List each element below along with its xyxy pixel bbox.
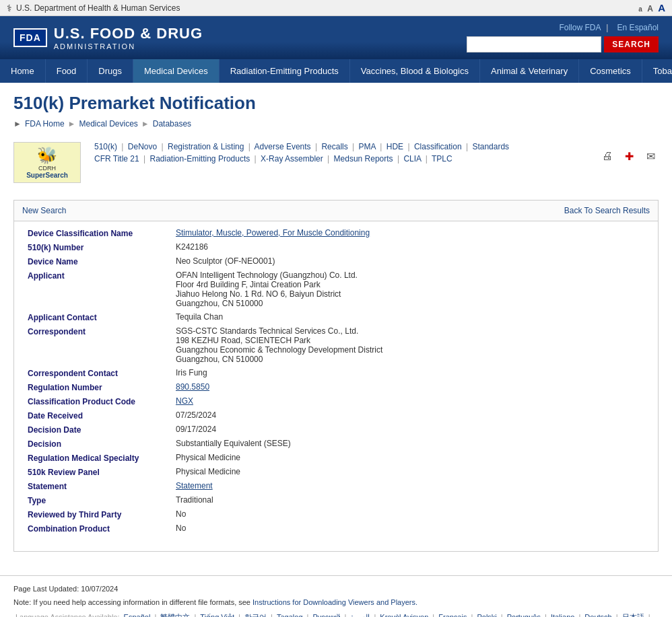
search-bar: SEARCH — [467, 36, 659, 52]
value-decision: Substantially Equivalent (SESE) — [176, 439, 644, 448]
link-adverse-events[interactable]: Adverse Events — [255, 142, 311, 151]
top-bar-agency: ⚕ U.S. Department of Health & Human Serv… — [7, 3, 180, 13]
back-to-results-link[interactable]: Back To Search Results — [564, 206, 650, 215]
row-decision: Decision Substantially Equivalent (SESE) — [28, 439, 644, 449]
fda-title: U.S. FOOD & DRUG ADMINISTRATION — [54, 25, 203, 50]
footer: Page Last Updated: 10/07/2024 Note: If y… — [0, 575, 672, 617]
link-classification[interactable]: Classification — [414, 142, 462, 151]
value-applicant-contact: Tequila Chan — [176, 312, 644, 322]
hhs-logo: ⚕ — [7, 3, 12, 13]
nav-food[interactable]: Food — [46, 59, 88, 83]
breadcrumb-medical-devices[interactable]: Medical Devices — [79, 119, 137, 129]
page-title: 510(k) Premarket Notification — [13, 93, 659, 114]
lang-espanol[interactable]: Español — [124, 613, 151, 617]
lang-korean[interactable]: 한국어 — [244, 613, 267, 617]
link-hde[interactable]: HDE — [387, 142, 403, 151]
arrow-icon: ► — [13, 119, 22, 129]
link-denovo[interactable]: DeNovo — [128, 142, 157, 151]
lang-vietnamese[interactable]: Tiếng Việt — [200, 613, 234, 617]
font-small[interactable]: a — [638, 5, 642, 13]
nav-radiation[interactable]: Radiation-Emitting Products — [220, 59, 350, 83]
row-correspondent: Correspondent SGS-CSTC Standards Technic… — [28, 326, 644, 364]
link-medsun[interactable]: Medsun Reports — [334, 154, 393, 164]
lang-japanese[interactable]: 日本語 — [622, 613, 644, 617]
device-classification-link[interactable]: Stimulator, Muscle, Powered, For Muscle … — [176, 228, 370, 238]
lang-russian[interactable]: Русский — [313, 613, 341, 617]
nav-medical-devices[interactable]: Medical Devices — [133, 59, 220, 83]
nav-cosmetics[interactable]: Cosmetics — [579, 59, 642, 83]
label-reg-medical-specialty: Regulation Medical Specialty — [28, 453, 176, 463]
footer-language-links: Language Assistance Available: Español |… — [13, 611, 659, 617]
row-regulation-number: Regulation Number 890.5850 — [28, 382, 644, 392]
fda-main-title: U.S. FOOD & DRUG — [54, 25, 203, 42]
agency-name: U.S. Department of Health & Human Servic… — [16, 3, 180, 13]
row-third-party: Reviewed by Third Party No — [28, 509, 644, 519]
email-icon[interactable]: ✉ — [642, 148, 659, 164]
label-applicant: Applicant — [28, 270, 176, 281]
footer-last-updated: Page Last Updated: 10/07/2024 — [13, 583, 659, 596]
lang-portuguese[interactable]: Português — [507, 613, 541, 617]
row-applicant-contact: Applicant Contact Tequila Chan — [28, 312, 644, 322]
nav-home[interactable]: Home — [0, 59, 46, 83]
lang-italian[interactable]: Italiano — [551, 613, 574, 617]
new-search-link[interactable]: New Search — [22, 206, 66, 215]
nav-drugs[interactable]: Drugs — [88, 59, 133, 83]
value-date-received: 07/25/2024 — [176, 410, 644, 420]
print-icon[interactable]: 🖨 — [599, 148, 615, 164]
lang-chinese[interactable]: 繁體中文 — [160, 613, 190, 617]
link-510k[interactable]: 510(k) — [94, 142, 117, 151]
classification-code-link[interactable]: NGX — [176, 396, 193, 406]
font-medium[interactable]: A — [647, 4, 653, 13]
statement-link[interactable]: Statement — [176, 481, 213, 491]
label-type: Type — [28, 495, 176, 505]
value-510k-number: K242186 — [176, 242, 644, 252]
regulation-number-link[interactable]: 890.5850 — [176, 382, 209, 392]
bookmark-icon[interactable]: ✚ — [621, 148, 637, 164]
value-statement: Statement — [176, 481, 644, 491]
value-correspondent: SGS-CSTC Standards Technical Services Co… — [176, 326, 644, 364]
nav-vaccines[interactable]: Vaccines, Blood & Biologics — [350, 59, 480, 83]
row-510k-review-panel: 510k Review Panel Physical Medicine — [28, 467, 644, 477]
lang-polish[interactable]: Polski — [477, 613, 496, 617]
search-button[interactable]: SEARCH — [604, 36, 659, 52]
link-cfr21[interactable]: CFR Title 21 — [94, 154, 139, 164]
label-510k-review-panel: 510k Review Panel — [28, 467, 176, 477]
main-nav: Home Food Drugs Medical Devices Radiatio… — [0, 59, 672, 83]
footer-download-link[interactable]: Instructions for Downloading Viewers and… — [253, 598, 417, 606]
label-510k-number: 510(k) Number — [28, 242, 176, 252]
header-right: Follow FDA | En Español SEARCH — [467, 23, 659, 52]
link-xray[interactable]: X-Ray Assembler — [261, 154, 323, 164]
lang-arabic[interactable]: العربية — [350, 613, 370, 617]
en-espanol-link[interactable]: En Español — [617, 23, 659, 32]
nav-tobacco[interactable]: Tobacco Products — [642, 59, 672, 83]
label-applicant-contact: Applicant Contact — [28, 312, 176, 322]
font-large[interactable]: A — [658, 2, 665, 13]
lang-french[interactable]: Français — [438, 613, 467, 617]
breadcrumb-fda-home[interactable]: FDA Home — [25, 119, 65, 129]
link-registration-listing[interactable]: Registration & Listing — [168, 142, 244, 151]
fda-logo-group: FDA U.S. FOOD & DRUG ADMINISTRATION — [13, 25, 203, 50]
link-radiation-emitting[interactable]: Radiation-Emitting Products — [150, 154, 250, 164]
link-tplc[interactable]: TPLC — [432, 154, 452, 164]
lang-tagalog[interactable]: Tagalog — [277, 613, 303, 617]
label-statement: Statement — [28, 481, 176, 491]
link-pma[interactable]: PMA — [359, 142, 376, 151]
value-third-party: No — [176, 509, 644, 519]
breadcrumb-databases[interactable]: Databases — [153, 119, 191, 129]
link-clia[interactable]: CLIA — [403, 154, 421, 164]
lang-german[interactable]: Deutsch — [584, 613, 611, 617]
value-combination-product: No — [176, 523, 644, 533]
nav-animal[interactable]: Animal & Veterinary — [480, 59, 579, 83]
follow-fda-link[interactable]: Follow FDA — [559, 23, 600, 32]
main-table-wrapper: New Search Back To Search Results Device… — [13, 200, 659, 552]
label-combination-product: Combination Product — [28, 523, 176, 534]
value-device-classification: Stimulator, Muscle, Powered, For Muscle … — [176, 228, 644, 238]
cdrh-links-row1: 510(k) | DeNovo | Registration & Listing… — [94, 142, 509, 151]
search-input[interactable] — [467, 36, 601, 52]
link-recalls[interactable]: Recalls — [321, 142, 347, 151]
link-standards[interactable]: Standards — [472, 142, 509, 151]
detail-table: Device Classification Name Stimulator, M… — [14, 221, 658, 551]
label-decision-date: Decision Date — [28, 425, 176, 435]
lang-creole[interactable]: Kreyòl Ayisyen — [380, 613, 428, 617]
value-applicant: OFAN Intelligent Technology (Guangzhou) … — [176, 270, 644, 308]
